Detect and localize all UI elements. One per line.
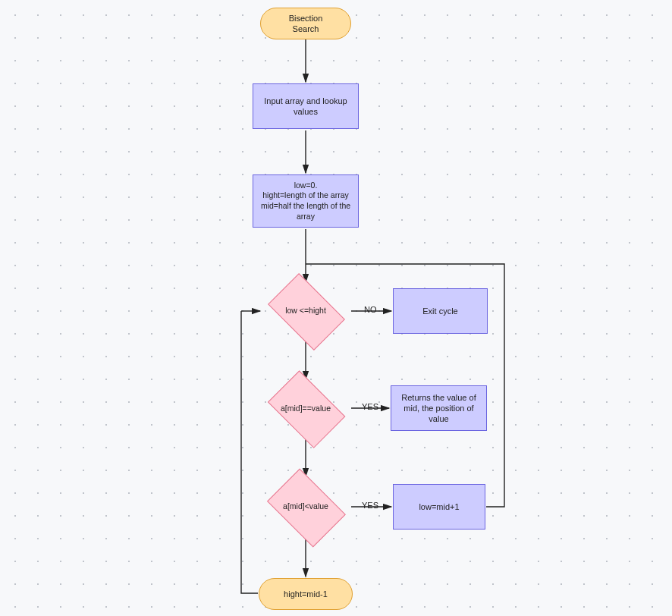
exit-process[interactable]: Exit cycle xyxy=(393,288,488,334)
init-label: low=0. hight=length of the array mid=hal… xyxy=(258,181,353,222)
hightdec-terminator[interactable]: hight=mid-1 xyxy=(259,578,353,610)
decision-mid-lt-value[interactable]: a[mid]<value xyxy=(260,475,351,539)
decision1-label: low <=hight xyxy=(285,306,326,316)
decision-low-le-hight[interactable]: low <=hight xyxy=(260,281,351,341)
decision3-label: a[mid]<value xyxy=(283,501,328,511)
exit-label: Exit cycle xyxy=(422,306,457,316)
decision-mid-eq-value[interactable]: a[mid]==value xyxy=(260,378,351,440)
lowinc-process[interactable]: low=mid+1 xyxy=(393,484,485,530)
input-process[interactable]: Input array and lookup values xyxy=(253,83,359,129)
flowchart-canvas: Bisection Search Input array and lookup … xyxy=(0,0,672,616)
start-label: Bisection Search xyxy=(289,13,323,35)
input-label: Input array and lookup values xyxy=(258,96,353,118)
decision2-label: a[mid]==value xyxy=(281,404,331,413)
return-process[interactable]: Returns the value of mid, the position o… xyxy=(391,385,487,431)
start-terminator[interactable]: Bisection Search xyxy=(260,8,351,39)
hightdec-label: hight=mid-1 xyxy=(284,589,328,599)
edge-label-yes-2: YES xyxy=(362,402,378,411)
lowinc-label: low=mid+1 xyxy=(419,501,459,512)
edge-label-yes-3: YES xyxy=(362,501,378,510)
return-label: Returns the value of mid, the position o… xyxy=(396,392,482,425)
init-process[interactable]: low=0. hight=length of the array mid=hal… xyxy=(253,174,359,228)
edge-label-no: NO xyxy=(364,305,377,314)
